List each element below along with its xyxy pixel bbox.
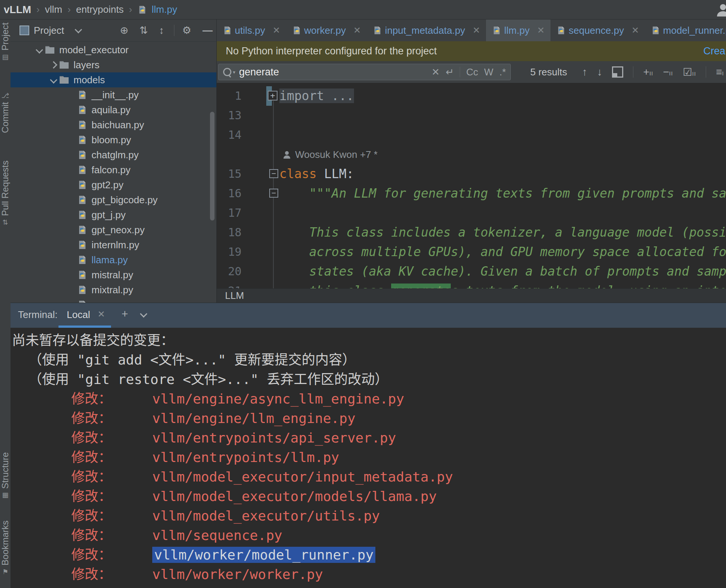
gear-icon[interactable]: ⚙︎ — [182, 20, 191, 41]
git-modified-path-selected[interactable]: vllm/worker/model_runner.py — [152, 547, 375, 563]
editor-tab-input_metadata.py[interactable]: input_metadata.py✕ — [367, 20, 486, 41]
editor-tab-worker.py[interactable]: worker.py✕ — [286, 20, 367, 41]
chevron-down-icon[interactable] — [50, 76, 57, 84]
tree-file-baichuan.py[interactable]: baichuan.py — [10, 117, 216, 132]
folder-icon — [59, 76, 69, 84]
terminal-output[interactable]: 尚未暂存以备提交的变更：（使用 "git add <文件>..." 更新要提交的… — [10, 328, 726, 584]
open-in-find-window-button[interactable] — [612, 66, 623, 78]
close-tab-icon[interactable]: ✕ — [273, 25, 280, 36]
code-editor[interactable]: + 1131415161718192021 import ... Woosuk … — [217, 83, 726, 289]
previous-occurrence-button[interactable]: ↑ — [582, 66, 587, 78]
fold-collapse-icon[interactable]: − — [269, 189, 278, 198]
tree-file-aquila.py[interactable]: aquila.py — [10, 102, 216, 117]
bookmarks-icon: ⚑ — [2, 568, 8, 575]
stripe-button-bookmarks[interactable]: Bookmarks⚑ — [0, 520, 10, 575]
tree-file-mistral.py[interactable]: mistral.py — [10, 267, 216, 282]
editor-tab-utils.py[interactable]: utils.py✕ — [217, 20, 286, 41]
add-selection-occurrence-button[interactable]: +II — [643, 66, 653, 78]
user-avatar-icon[interactable] — [716, 2, 726, 17]
git-modified-path[interactable]: vllm/sequence.py — [152, 528, 282, 543]
git-modified-path[interactable]: vllm/entrypoints/llm.py — [152, 450, 339, 465]
configure-interpreter-link[interactable]: Crea — [703, 45, 725, 57]
project-view-selector[interactable]: Project — [34, 25, 64, 36]
tree-folder-layers[interactable]: layers — [10, 57, 216, 72]
folded-imports[interactable]: import ... — [279, 88, 354, 103]
git-modified-path[interactable]: vllm/entrypoints/api_server.py — [152, 430, 396, 446]
structure-icon: ▦ — [2, 492, 8, 498]
line-number: 21 — [217, 281, 242, 289]
new-line-icon[interactable]: ↵ — [446, 66, 454, 78]
search-results-count: 5 results — [530, 66, 567, 78]
hide-panel-button[interactable]: — — [202, 20, 213, 41]
terminal-options-chevron-icon[interactable] — [141, 311, 146, 318]
editor-tab-sequence.py[interactable]: sequence.py✕ — [550, 20, 645, 41]
new-terminal-session-button[interactable]: + — [122, 308, 128, 320]
filter-search-results-button[interactable]: ≡I — [716, 66, 724, 78]
regex-toggle[interactable]: .* — [500, 66, 506, 78]
tree-file-gpt_j.py[interactable]: gpt_j.py — [10, 207, 216, 222]
tree-file-gpt2.py[interactable]: gpt2.py — [10, 177, 216, 192]
git-modified-path[interactable]: vllm/engine/async_llm_engine.py — [152, 391, 404, 406]
breadcrumb-file[interactable]: llm.py — [152, 4, 177, 15]
tree-file-falcon.py[interactable]: falcon.py — [10, 162, 216, 177]
close-tab-icon[interactable]: ✕ — [472, 25, 480, 36]
expand-all-button[interactable]: ⇅ — [140, 20, 148, 41]
tree-folder-model_executor[interactable]: model_executor — [10, 42, 216, 57]
stripe-button-project[interactable]: Project▤ — [0, 22, 10, 60]
git-modified-path[interactable]: vllm/engine/llm_engine.py — [152, 411, 356, 426]
tree-file-gpt_bigcode.py[interactable]: gpt_bigcode.py — [10, 192, 216, 207]
next-occurrence-button[interactable]: ↓ — [597, 66, 602, 78]
close-tab-icon[interactable]: ✕ — [632, 25, 639, 36]
tree-file-internlm.py[interactable]: internlm.py — [10, 237, 216, 252]
clear-search-icon[interactable]: ✕ — [432, 66, 440, 78]
match-case-toggle[interactable]: Cc — [466, 66, 478, 78]
chevron-right-icon[interactable] — [50, 61, 57, 69]
tree-file-partial[interactable] — [10, 297, 216, 303]
search-divider — [460, 67, 460, 77]
git-modified-path[interactable]: vllm/worker/worker.py — [152, 567, 323, 582]
breadcrumb-project[interactable]: vLLM — [4, 4, 31, 16]
tree-file-llama.py[interactable]: llama.py — [10, 252, 216, 267]
folder-icon — [45, 46, 55, 54]
tree-item-label: internlm.py — [92, 239, 139, 251]
fold-collapse-icon[interactable]: − — [269, 169, 278, 178]
tree-file-bloom.py[interactable]: bloom.py — [10, 132, 216, 147]
git-modified-path[interactable]: vllm/model_executor/input_metadata.py — [152, 469, 453, 484]
git-modified-line: 修改：vllm/worker/worker.py — [12, 565, 726, 584]
stripe-button-commit[interactable]: ⎇Commit — [0, 92, 10, 133]
stripe-button-pull-requests[interactable]: Pull Requests⇅ — [0, 160, 10, 226]
terminal-tab-local[interactable]: Local — [67, 309, 90, 321]
stripe-label: Project — [0, 22, 10, 51]
git-modified-path[interactable]: vllm/model_executor/models/llama.py — [152, 489, 437, 504]
editor-tab-llm.py[interactable]: llm.py✕ — [486, 20, 550, 41]
tree-file-__init__.py[interactable]: __init__.py — [10, 87, 216, 102]
search-input[interactable]: ▾ generate ✕ ↵ Cc W .* — [218, 64, 511, 80]
locate-file-button[interactable]: ⊕ — [120, 20, 129, 41]
git-modified-path[interactable]: vllm/model_executor/utils.py — [152, 508, 380, 524]
search-icon — [223, 68, 231, 76]
chevron-down-icon[interactable] — [36, 46, 43, 54]
collapse-all-button[interactable]: ↕ — [159, 20, 164, 41]
breadcrumb-vllm[interactable]: vllm — [45, 4, 62, 15]
select-all-occurrences-button[interactable]: ☑II — [683, 66, 696, 78]
editor-tab-model_runner.py[interactable]: model_runner.py✕ — [645, 20, 726, 41]
tree-folder-models[interactable]: models — [10, 72, 216, 87]
remove-selection-occurrence-button[interactable]: −II — [663, 66, 673, 78]
tree-file-chatglm.py[interactable]: chatglm.py — [10, 147, 216, 162]
tree-file-gpt_neox.py[interactable]: gpt_neox.py — [10, 222, 216, 237]
git-modified-label: 修改： — [71, 487, 152, 506]
project-icon: ▤ — [2, 54, 8, 60]
tree-scrollbar[interactable] — [210, 112, 214, 220]
close-tab-icon[interactable]: ✕ — [537, 25, 544, 36]
search-query-text: generate — [239, 66, 279, 78]
fold-expand-icon[interactable]: + — [268, 91, 278, 100]
close-terminal-tab-icon[interactable]: ✕ — [98, 309, 105, 320]
whole-words-toggle[interactable]: W — [484, 66, 494, 78]
breadcrumb-class[interactable]: LLM — [225, 290, 244, 302]
stripe-button-structure[interactable]: Structure▦ — [0, 452, 10, 498]
close-tab-icon[interactable]: ✕ — [353, 25, 361, 36]
search-history-caret-icon[interactable]: ▾ — [233, 69, 236, 75]
tree-file-mixtral.py[interactable]: mixtral.py — [10, 282, 216, 297]
breadcrumb-entrypoints[interactable]: entrypoints — [76, 4, 124, 15]
python-file-icon — [77, 195, 87, 205]
